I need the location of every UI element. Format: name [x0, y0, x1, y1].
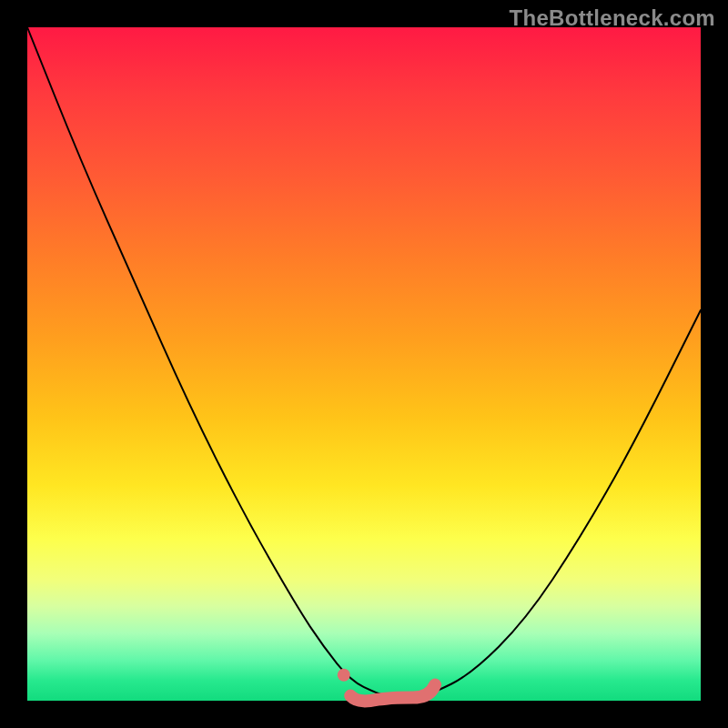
- chart-overlay: [27, 27, 701, 701]
- plot-area: [27, 27, 701, 701]
- bottleneck-curve: [27, 27, 701, 699]
- minimum-accent-dot: [338, 669, 350, 682]
- watermark-text: TheBottleneck.com: [510, 5, 715, 31]
- chart-frame: TheBottleneck.com: [0, 0, 728, 728]
